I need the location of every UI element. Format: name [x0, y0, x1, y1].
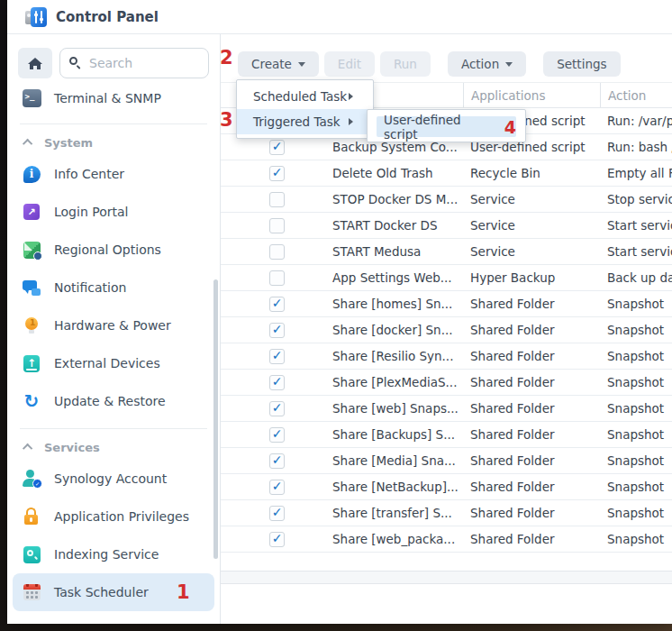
sidebar-item-info-center[interactable]: iInfo Center: [13, 155, 214, 193]
task-action: Back up dat: [600, 265, 672, 290]
checkbox-checked[interactable]: [269, 506, 285, 521]
sidebar-item-update-restore[interactable]: ↻Update & Restore: [13, 382, 214, 420]
regional-options-icon: [22, 240, 41, 260]
checkbox-checked[interactable]: [269, 297, 285, 312]
task-name: START Medusa: [332, 239, 463, 264]
table-row[interactable]: App Settings Web...Hyper BackupBack up d…: [221, 265, 672, 291]
sidebar-item-terminal-snmp[interactable]: >_Terminal & SNMP: [13, 81, 214, 115]
checkbox-checked[interactable]: [269, 323, 285, 338]
home-button[interactable]: [18, 48, 52, 78]
task-action: Stop servic: [600, 187, 672, 212]
sidebar-item-label: Hardware & Power: [54, 318, 171, 333]
sidebar-item-application-privileges[interactable]: Application Privileges: [13, 498, 214, 535]
table-row[interactable]: Share [homes] Sn...Shared FolderSnapshot: [221, 291, 672, 317]
task-name: Delete Old Trash: [332, 160, 463, 186]
task-name: Share [Resilio Syn...: [332, 343, 463, 369]
checkbox-checked[interactable]: [269, 140, 285, 155]
sidebar-item-login-portal[interactable]: ↗Login Portal: [13, 193, 214, 231]
checkbox-checked[interactable]: [269, 375, 285, 390]
checkbox-unchecked[interactable]: [269, 192, 285, 207]
checkbox-unchecked[interactable]: [269, 244, 285, 260]
checkbox-checked[interactable]: [269, 349, 285, 364]
sidebar-scrollbar[interactable]: [213, 279, 218, 559]
menu-item-triggered-task[interactable]: Triggered Task: [237, 109, 373, 134]
checkbox-checked[interactable]: [269, 453, 285, 469]
sidebar-item-indexing-service[interactable]: Indexing Service: [13, 535, 214, 573]
edit-button: Edit: [324, 51, 375, 77]
checkbox-checked[interactable]: [269, 401, 285, 416]
task-application: Service: [463, 187, 600, 212]
sidebar-item-label: Notification: [54, 280, 126, 295]
menu-item-user-defined-script[interactable]: User-defined script 4: [377, 116, 516, 137]
task-application: Hyper Backup: [463, 265, 600, 290]
sidebar-item-label: Terminal & SNMP: [54, 91, 161, 105]
table-row[interactable]: START Docker DSServiceStart servic: [221, 213, 672, 239]
table-row[interactable]: Share [docker] Sn...Shared FolderSnapsho…: [221, 317, 672, 343]
table-row[interactable]: Share [Media] Sna...Shared FolderSnapsho…: [221, 448, 672, 474]
table-row[interactable]: Share [web_packa...Shared FolderSnapshot: [221, 526, 672, 553]
external-devices-icon: ↑: [22, 353, 41, 373]
table-row[interactable]: Share [web] Snaps...Shared FolderSnapsho…: [221, 396, 672, 422]
table-row[interactable]: STOP Docker DS M...ServiceStop servic: [221, 187, 672, 213]
checkbox-checked[interactable]: [269, 532, 285, 547]
sidebar-section-system[interactable]: System: [13, 130, 214, 155]
create-dropdown-menu: Scheduled TaskTriggered Task: [236, 79, 374, 139]
task-application: Shared Folder: [463, 396, 600, 421]
sidebar-item-hardware-power[interactable]: Hardware & Power: [13, 306, 214, 344]
control-panel-icon: [25, 7, 47, 27]
menu-item-scheduled-task[interactable]: Scheduled Task: [237, 84, 373, 109]
task-action: Start servic: [600, 213, 672, 238]
checkbox-unchecked[interactable]: [269, 270, 285, 286]
window-title: Control Panel: [56, 9, 159, 25]
task-application: Recycle Bin: [463, 160, 600, 186]
checkbox-checked[interactable]: [269, 166, 285, 181]
section-label: Services: [44, 441, 100, 454]
checkbox-checked[interactable]: [269, 480, 285, 495]
caret-down-icon: [505, 62, 513, 67]
table-row[interactable]: Share [Backups] S...Shared FolderSnapsho…: [221, 422, 672, 448]
synology-account-icon: ✓: [22, 469, 41, 489]
task-application: Shared Folder: [463, 422, 600, 447]
action-button[interactable]: Action: [448, 51, 526, 77]
settings-button[interactable]: Settings: [543, 51, 620, 77]
header-action[interactable]: Action: [600, 83, 672, 107]
task-name: Share [Backups] S...: [332, 422, 463, 447]
sidebar-section-services[interactable]: Services: [13, 434, 214, 460]
button-label: Edit: [338, 57, 361, 71]
table-row[interactable]: Share [transfer] S...Shared FolderSnapsh…: [221, 500, 672, 526]
task-table: Applications Action User-defined scriptR…: [221, 82, 672, 584]
chevron-up-icon: [23, 139, 32, 149]
task-application: Shared Folder: [463, 291, 600, 316]
sidebar-item-task-scheduler[interactable]: Task Scheduler1: [13, 573, 214, 611]
table-row[interactable]: Delete Old TrashRecycle BinEmpty all R: [221, 160, 672, 187]
table-row[interactable]: Share [PlexMediaS...Shared FolderSnapsho…: [221, 370, 672, 396]
annotation-step-4: 4: [504, 117, 516, 137]
search-icon: [69, 57, 82, 69]
sidebar-item-notification[interactable]: Notification: [13, 269, 214, 306]
section-label: System: [44, 136, 93, 150]
checkbox-unchecked[interactable]: [269, 218, 285, 233]
button-label: Create: [251, 57, 292, 71]
task-action: Snapshot: [600, 370, 672, 395]
button-label: Settings: [557, 57, 606, 71]
search-input[interactable]: [89, 56, 199, 70]
checkbox-checked[interactable]: [269, 427, 285, 443]
sidebar-item-external-devices[interactable]: ↑External Devices: [13, 344, 214, 382]
submenu-item-label: User-defined script: [384, 113, 496, 142]
sidebar-item-label: Application Privileges: [54, 509, 189, 524]
search-box[interactable]: [59, 48, 209, 78]
task-action: Snapshot: [600, 291, 672, 316]
table-row[interactable]: Share [Resilio Syn...Shared FolderSnapsh…: [221, 343, 672, 370]
table-row[interactable]: START MedusaServiceStart servic: [221, 239, 672, 265]
task-action: Snapshot: [600, 448, 672, 473]
list-footer-bar: [221, 571, 672, 584]
sidebar-item-regional-options[interactable]: Regional Options: [13, 231, 214, 269]
task-name: Share [NetBackup]...: [332, 474, 463, 499]
sidebar-item-synology-account[interactable]: ✓Synology Account: [13, 460, 214, 498]
sidebar-divider: [20, 123, 207, 124]
home-icon: [28, 58, 42, 69]
create-button[interactable]: Create: [238, 51, 319, 77]
task-name: App Settings Web...: [332, 265, 463, 290]
header-applications[interactable]: Applications: [463, 83, 600, 107]
table-row[interactable]: Share [NetBackup]...Shared FolderSnapsho…: [221, 474, 672, 500]
